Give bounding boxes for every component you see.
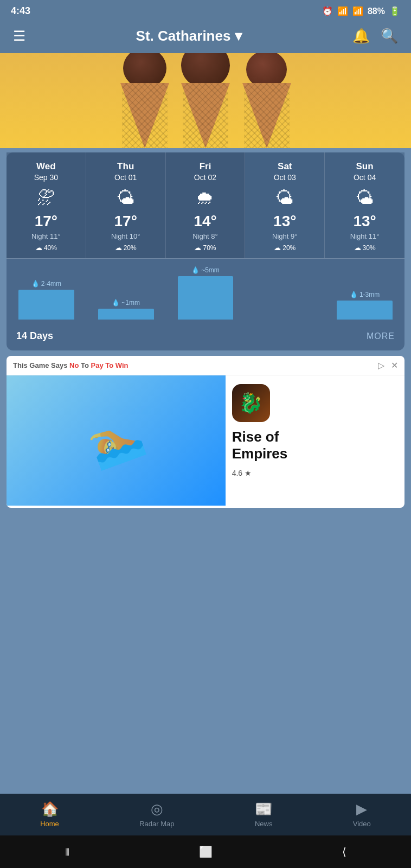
signal-icon: 📶 (352, 6, 363, 16)
city-name: St. Catharines (136, 28, 231, 44)
home-label: Home (40, 820, 59, 828)
status-icons: ⏰ 📶 📶 88% 🔋 (322, 6, 400, 16)
temp-high: 17° (89, 213, 162, 230)
day-name: Sat (248, 161, 321, 172)
forecast-day-thu[interactable]: Thu Oct 01 🌤 17° Night 10° ☁ 20% (86, 152, 166, 258)
rain-col-sun: 💧1-3mm (325, 263, 404, 322)
forecast-day-wed[interactable]: Wed Sep 30 ⛈ 17° Night 11° ☁ 40% (7, 152, 86, 258)
temp-night: Night 8° (169, 232, 242, 240)
forecast-grid: Wed Sep 30 ⛈ 17° Night 11° ☁ 40% Thu Oct… (7, 152, 404, 259)
radar-icon: ◎ (151, 801, 163, 818)
days-label[interactable]: 14 Days (16, 330, 53, 342)
video-label: Video (353, 820, 371, 828)
temp-high: 17° (10, 213, 82, 230)
day-date: Sep 30 (10, 173, 82, 182)
game-ad[interactable]: This Game Says No To Pay To Win ▷ ✕ 🏊 🐉 … (7, 356, 404, 508)
radar-label: Radar Map (139, 820, 174, 828)
weather-icon: 🌤 (328, 187, 401, 208)
nav-radar-map[interactable]: ◎ Radar Map (139, 801, 174, 828)
days-more-row: 14 Days MORE (7, 324, 404, 342)
news-icon: 📰 (255, 801, 272, 818)
notification-icon[interactable]: 🔔 (352, 28, 370, 44)
weather-icon: 🌤 (89, 187, 162, 208)
precip-chance: ☁ 30% (328, 244, 401, 252)
ad-top-bar: This Game Says No To Pay To Win ▷ ✕ (7, 356, 404, 375)
android-back-btn[interactable]: ⟨ (342, 845, 346, 858)
forecast-day-sun[interactable]: Sun Oct 04 🌤 13° Night 11° ☁ 30% (325, 152, 404, 258)
day-name: Sun (328, 161, 401, 172)
cone-3 (242, 53, 291, 148)
weather-icon: 🌤 (248, 187, 321, 208)
news-label: News (255, 820, 273, 828)
header-actions: 🔔 🔍 (352, 28, 398, 44)
day-date: Oct 04 (328, 173, 401, 182)
video-icon: ▶ (356, 801, 367, 818)
rain-col-thu: 💧~1mm (86, 263, 166, 322)
menu-icon[interactable]: ☰ (13, 28, 25, 44)
rain-bar (178, 276, 234, 320)
game-icon: 🐉 (232, 384, 270, 422)
day-name: Thu (89, 161, 162, 172)
nav-home[interactable]: 🏠 Home (40, 801, 59, 828)
android-home-btn[interactable]: ⬜ (199, 845, 213, 858)
temp-high: 13° (328, 213, 401, 230)
rain-bar (98, 309, 154, 320)
search-icon[interactable]: 🔍 (381, 28, 398, 44)
temp-night: Night 9° (248, 232, 321, 240)
weather-icon: 🌧 (169, 187, 242, 208)
home-icon: 🏠 (41, 801, 59, 818)
precip-chance: ☁ 20% (89, 244, 162, 252)
app-header: ☰ St. Catharines ▾ 🔔 🔍 (0, 21, 411, 53)
ad-image: 🏊 (7, 375, 226, 506)
android-recent-btn[interactable]: ⦀ (65, 846, 69, 858)
ad-close-icon[interactable]: ✕ (391, 360, 398, 371)
more-button[interactable]: MORE (367, 331, 395, 341)
ad-play-icon[interactable]: ▷ (378, 360, 384, 371)
battery-icon: 🔋 (389, 6, 400, 16)
bottom-navigation: 🏠 Home ◎ Radar Map 📰 News ▶ Video (0, 794, 411, 835)
rain-col-sat (245, 263, 325, 322)
weather-card: Wed Sep 30 ⛈ 17° Night 11° ☁ 40% Thu Oct… (7, 152, 404, 350)
dragon-icon: 🐉 (239, 392, 263, 414)
swimmer-icon: 🏊 (82, 407, 150, 474)
rain-amount: 💧1-3mm (350, 291, 380, 298)
status-time: 4:43 (11, 5, 30, 17)
forecast-day-sat[interactable]: Sat Oct 03 🌤 13° Night 9° ☁ 20% (245, 152, 325, 258)
android-nav-bar: ⦀ ⬜ ⟨ (0, 835, 411, 868)
precip-chance: ☁ 20% (248, 244, 321, 252)
ad-right-panel: 🐉 Rise ofEmpires 4.6 ★ (226, 375, 404, 506)
dropdown-icon: ▾ (235, 28, 242, 44)
day-date: Oct 01 (89, 173, 162, 182)
day-date: Oct 02 (169, 173, 242, 182)
nav-video[interactable]: ▶ Video (353, 801, 371, 828)
weather-icon: ⛈ (10, 187, 82, 208)
temp-night: Night 10° (89, 232, 162, 240)
rain-bar (18, 290, 74, 320)
day-name: Wed (10, 161, 82, 172)
ad-tag-text: This Game Says No To Pay To Win (13, 361, 129, 369)
wifi-icon: 📶 (337, 6, 348, 16)
day-name: Fri (169, 161, 242, 172)
rain-amount: 💧2-4mm (31, 280, 61, 288)
cone-1 (120, 53, 169, 148)
ad-content: 🏊 🐉 Rise ofEmpires 4.6 ★ (7, 375, 404, 506)
top-ad-banner[interactable] (0, 53, 411, 148)
day-date: Oct 03 (248, 173, 321, 182)
rain-col-wed: 💧2-4mm (7, 263, 86, 322)
nav-news[interactable]: 📰 News (255, 801, 273, 828)
temp-high: 14° (169, 213, 242, 230)
game-title: Rise ofEmpires (232, 429, 398, 462)
rain-section: 💧2-4mm 💧~1mm 💧~5mm 💧1-3mm (7, 259, 404, 324)
city-selector[interactable]: St. Catharines ▾ (136, 28, 242, 44)
cone-2 (180, 53, 232, 148)
ad-controls: ▷ ✕ (378, 360, 398, 371)
temp-night: Night 11° (328, 232, 401, 240)
battery-label: 88% (368, 7, 385, 16)
precip-chance: ☁ 40% (10, 244, 82, 252)
precip-chance: ☁ 70% (169, 244, 242, 252)
temp-high: 13° (248, 213, 321, 230)
forecast-day-fri[interactable]: Fri Oct 02 🌧 14° Night 8° ☁ 70% (166, 152, 246, 258)
status-bar: 4:43 ⏰ 📶 📶 88% 🔋 (0, 0, 411, 21)
rain-amount: 💧~5mm (191, 266, 220, 274)
alarm-icon: ⏰ (322, 6, 333, 16)
